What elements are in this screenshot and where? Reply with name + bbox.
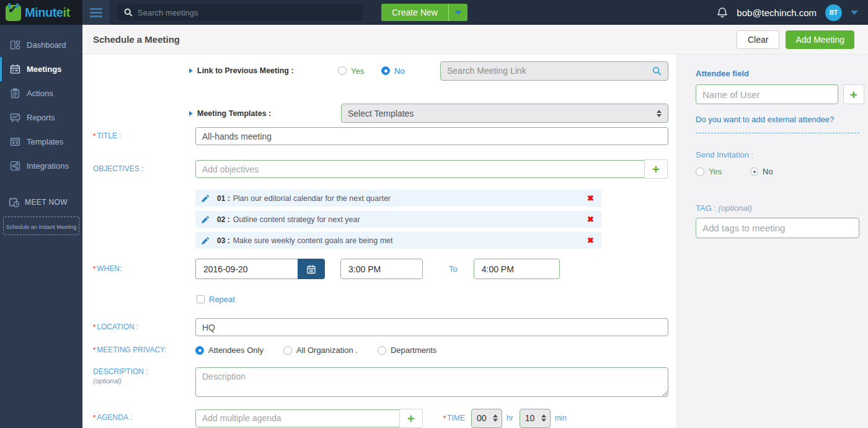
hours-unit-label: hr bbox=[507, 414, 513, 422]
add-objective-button[interactable]: + bbox=[644, 159, 668, 179]
agenda-minutes-stepper[interactable]: 10 bbox=[520, 409, 551, 428]
sidebar-item-meet-now[interactable]: MEET NOW bbox=[0, 192, 82, 213]
app-logo[interactable]: ✔ Minuteit bbox=[0, 0, 82, 25]
edit-pencil-icon[interactable] bbox=[201, 194, 210, 203]
dashboard-icon bbox=[10, 40, 20, 50]
edit-pencil-icon[interactable] bbox=[201, 236, 210, 245]
add-meeting-button[interactable]: Add Meeting bbox=[786, 30, 854, 49]
to-label: To bbox=[449, 264, 458, 274]
schedule-instant-meeting-button[interactable]: Schedule an instant Meeting bbox=[3, 216, 79, 235]
attendee-field-title: Attendee field bbox=[696, 69, 868, 78]
link-previous-meeting-row: Link to Previous Meeting : Yes No bbox=[189, 61, 676, 81]
radio-checked-icon bbox=[750, 167, 758, 176]
objective-item: 01 : Plan our editorial calendar for the… bbox=[195, 190, 601, 207]
meeting-privacy-label: *MEETING PRIVACY: bbox=[93, 346, 195, 355]
agenda-row: *AGENDA : + *TIME 00 hr 10 min bbox=[93, 409, 676, 428]
location-input[interactable] bbox=[195, 318, 668, 336]
sidebar-item-templates[interactable]: Templates bbox=[0, 130, 82, 154]
repeat-checkbox[interactable] bbox=[197, 295, 205, 303]
send-invitation-no-radio[interactable]: No bbox=[750, 167, 773, 176]
chevron-down-icon bbox=[454, 11, 462, 15]
description-row: DESCRIPTION :(optional) bbox=[93, 367, 676, 397]
page-title: Schedule a Meeting bbox=[93, 34, 180, 45]
search-meetings-input[interactable] bbox=[138, 8, 356, 17]
minuteit-app: ✔ Minuteit Create New bob@techinch.com B… bbox=[0, 0, 868, 428]
radio-icon bbox=[283, 346, 292, 355]
sidebar-item-integrations[interactable]: Integrations bbox=[0, 154, 82, 178]
create-new-dropdown[interactable] bbox=[449, 4, 467, 21]
objectives-row: OBJECTIVES : + bbox=[93, 159, 676, 179]
link-previous-label: Link to Previous Meeting : bbox=[189, 66, 338, 75]
integrations-share-icon bbox=[10, 161, 20, 171]
date-input[interactable]: 2016-09-20 bbox=[195, 259, 298, 279]
delete-objective-icon[interactable]: ✖ bbox=[587, 215, 594, 224]
privacy-attendees-only-radio[interactable]: Attendees Only bbox=[195, 346, 264, 355]
agenda-label: *AGENDA : bbox=[93, 413, 195, 423]
stepper-arrows-icon bbox=[493, 414, 498, 422]
agenda-input[interactable] bbox=[195, 409, 400, 427]
minutes-unit-label: min bbox=[555, 414, 567, 422]
sidebar-item-reports[interactable]: Reports bbox=[0, 105, 82, 130]
plus-icon: + bbox=[652, 163, 660, 176]
main-content: Schedule a Meeting Clear Add Meeting Lin… bbox=[82, 25, 868, 428]
delete-objective-icon[interactable]: ✖ bbox=[587, 194, 594, 203]
page-header: Schedule a Meeting Clear Add Meeting bbox=[82, 25, 868, 55]
description-textarea[interactable] bbox=[195, 367, 668, 397]
search-icon[interactable] bbox=[652, 66, 662, 76]
meeting-templates-row: Meeting Templates : Select Templates bbox=[189, 104, 676, 123]
external-attendee-link[interactable]: Do you want to add external attendee? bbox=[696, 115, 834, 124]
calendar-picker-button[interactable] bbox=[298, 259, 325, 279]
triangle-right-icon bbox=[189, 68, 193, 73]
avatar[interactable]: BT bbox=[825, 4, 842, 21]
meeting-templates-label: Meeting Templates : bbox=[189, 109, 341, 118]
radio-icon bbox=[378, 346, 386, 355]
notifications-bell-icon[interactable] bbox=[717, 7, 728, 19]
templates-select[interactable]: Select Templates bbox=[341, 104, 668, 123]
add-attendee-button[interactable]: + bbox=[843, 84, 864, 104]
end-time-input[interactable]: 4:00 PM bbox=[474, 259, 560, 279]
edit-pencil-icon[interactable] bbox=[201, 215, 210, 224]
title-input[interactable] bbox=[195, 127, 668, 145]
create-new-label: Create New bbox=[381, 4, 449, 21]
add-agenda-button[interactable]: + bbox=[399, 409, 423, 428]
clipboard-check-logo-icon: ✔ bbox=[6, 5, 21, 21]
objectives-input[interactable] bbox=[195, 160, 645, 178]
delete-objective-icon[interactable]: ✖ bbox=[587, 236, 594, 245]
link-previous-no-radio[interactable]: No bbox=[381, 66, 425, 76]
calendar-icon bbox=[306, 264, 316, 274]
top-bar: ✔ Minuteit Create New bob@techinch.com B… bbox=[0, 0, 868, 25]
hamburger-menu-icon[interactable] bbox=[82, 0, 110, 25]
meetings-calendar-icon bbox=[10, 64, 20, 74]
sidebar-item-actions[interactable]: Actions bbox=[0, 81, 82, 105]
stepper-arrows-icon bbox=[541, 414, 546, 422]
attendee-name-input[interactable] bbox=[696, 84, 838, 104]
tag-label: TAG : (optional) bbox=[696, 203, 868, 213]
privacy-departments-radio[interactable]: Departments bbox=[378, 346, 436, 355]
templates-icon bbox=[10, 136, 20, 147]
plus-icon: + bbox=[407, 412, 415, 425]
send-invitation-yes-radio[interactable]: Yes bbox=[696, 167, 750, 176]
link-previous-yes-radio[interactable]: Yes bbox=[338, 66, 381, 76]
user-menu-chevron-icon[interactable] bbox=[851, 11, 858, 15]
start-time-input[interactable]: 3:00 PM bbox=[340, 259, 423, 279]
sidebar-nav: Dashboard Meetings Actions Reports Templ… bbox=[0, 25, 82, 428]
clear-button[interactable]: Clear bbox=[737, 30, 779, 49]
meeting-link-search-input[interactable] bbox=[447, 66, 647, 76]
dashed-divider bbox=[696, 133, 859, 133]
location-label: *LOCATION : bbox=[93, 323, 195, 332]
agenda-hours-stepper[interactable]: 00 bbox=[471, 409, 502, 428]
objective-item: 02 : Outline content strategy for next y… bbox=[195, 211, 601, 228]
date-picker: 2016-09-20 bbox=[195, 259, 325, 279]
reports-chart-icon bbox=[10, 112, 20, 123]
user-email[interactable]: bob@techinch.com bbox=[737, 7, 817, 18]
privacy-all-organization-radio[interactable]: All Organization . bbox=[283, 346, 358, 355]
location-row: *LOCATION : bbox=[93, 318, 676, 336]
title-label: *TITLE : bbox=[93, 132, 195, 141]
meet-now-icon bbox=[9, 197, 20, 208]
create-new-button[interactable]: Create New bbox=[381, 4, 467, 21]
triangle-right-icon bbox=[189, 111, 193, 116]
sidebar-item-meetings[interactable]: Meetings bbox=[0, 57, 82, 81]
meeting-link-search bbox=[440, 61, 668, 81]
sidebar-item-dashboard[interactable]: Dashboard bbox=[0, 33, 82, 57]
tag-input[interactable] bbox=[696, 218, 859, 238]
